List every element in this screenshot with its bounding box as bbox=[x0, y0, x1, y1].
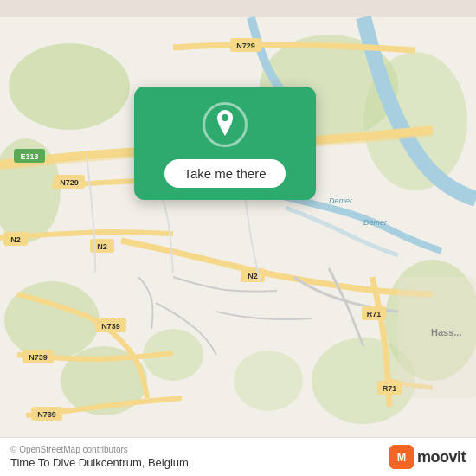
copyright-text: © OpenStreetMap contributors bbox=[10, 445, 189, 454]
svg-text:Demer: Demer bbox=[363, 218, 388, 227]
svg-text:N2: N2 bbox=[10, 235, 21, 244]
moovit-icon: M bbox=[389, 445, 414, 469]
take-me-there-button[interactable]: Take me there bbox=[164, 159, 285, 188]
svg-point-10 bbox=[234, 351, 303, 411]
svg-text:N739: N739 bbox=[29, 353, 48, 362]
svg-text:N729: N729 bbox=[60, 178, 79, 187]
svg-point-1 bbox=[9, 43, 130, 130]
svg-text:M: M bbox=[397, 452, 407, 464]
location-card: Take me there bbox=[134, 87, 316, 200]
map-container: N729 E313 N729 N2 N2 N2 N739 N739 N739 R… bbox=[0, 0, 476, 476]
svg-text:E313: E313 bbox=[20, 152, 38, 161]
pin-icon-wrapper bbox=[203, 102, 248, 147]
location-name: Time To Dive Duikcentrum, Belgium bbox=[10, 456, 189, 469]
svg-text:N739: N739 bbox=[37, 410, 56, 419]
svg-text:R71: R71 bbox=[367, 310, 382, 318]
svg-text:R71: R71 bbox=[383, 384, 397, 393]
bottom-bar: © OpenStreetMap contributors Time To Div… bbox=[0, 437, 476, 476]
svg-text:N739: N739 bbox=[101, 322, 120, 331]
svg-rect-11 bbox=[398, 277, 476, 398]
svg-text:Demer: Demer bbox=[329, 196, 353, 205]
svg-text:N2: N2 bbox=[248, 272, 258, 280]
svg-point-37 bbox=[222, 114, 228, 121]
location-pin-icon bbox=[214, 110, 236, 139]
moovit-logo: M moovit bbox=[389, 445, 466, 469]
moovit-text: moovit bbox=[417, 448, 466, 466]
svg-text:N2: N2 bbox=[97, 242, 107, 251]
svg-text:Hass...: Hass... bbox=[431, 327, 461, 338]
svg-text:N729: N729 bbox=[236, 42, 255, 50]
map-background: N729 E313 N729 N2 N2 N2 N739 N739 N739 R… bbox=[0, 0, 476, 476]
bottom-left-info: © OpenStreetMap contributors Time To Div… bbox=[10, 445, 189, 469]
